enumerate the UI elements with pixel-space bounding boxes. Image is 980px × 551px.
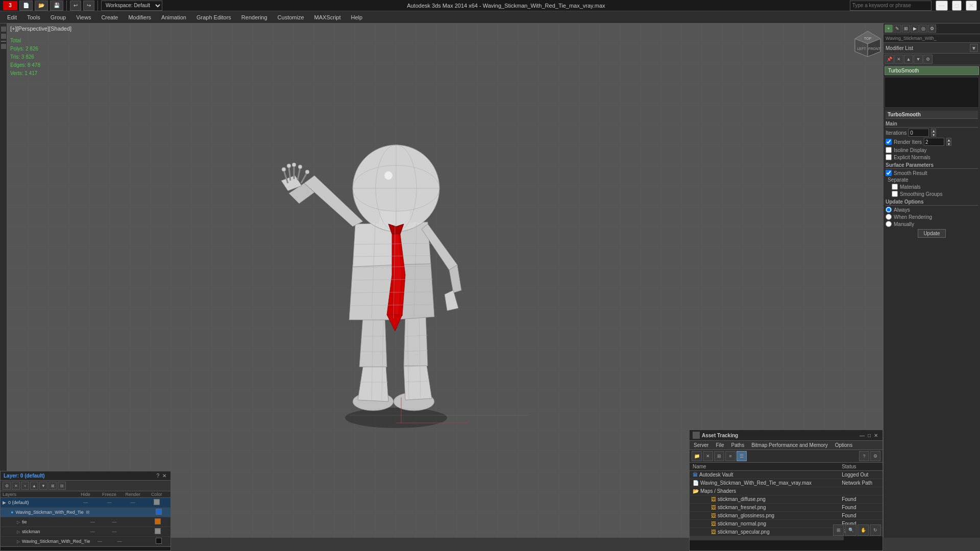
undo-btn[interactable]: ↩ — [70, 1, 81, 11]
layer-row[interactable]: ● Waving_Stickman_With_Red_Tie ⛓ — [1, 508, 170, 517]
menu-animation[interactable]: Animation — [156, 13, 191, 21]
pan-btn[interactable]: ✋ — [857, 524, 869, 536]
close-btn[interactable]: ✕ — [966, 1, 977, 11]
asset-tb-btn5[interactable]: ☰ — [737, 451, 747, 461]
asset-menu-options[interactable]: Options — [832, 442, 855, 448]
render-iters-input[interactable] — [924, 138, 944, 146]
asset-maximize-btn[interactable]: □ — [866, 433, 872, 438]
asset-row[interactable]: 🖼stickman_fresnel.png Found — [690, 504, 883, 512]
explicit-normals-checkbox[interactable] — [886, 154, 892, 160]
left-tool-btn3[interactable] — [1, 44, 6, 49]
layer-color-cell[interactable] — [149, 509, 168, 516]
open-btn[interactable]: 📂 — [35, 1, 48, 11]
menu-customize[interactable]: Customize — [273, 13, 309, 21]
zoom-extents-btn[interactable]: ⊞ — [833, 524, 844, 536]
layer-row[interactable]: ▷ stickman — — — [1, 527, 170, 537]
always-radio[interactable] — [886, 207, 892, 213]
asset-scrollbar[interactable] — [690, 536, 883, 540]
isoline-checkbox[interactable] — [886, 147, 892, 153]
layer-move-down-btn[interactable]: ▼ — [39, 482, 47, 490]
turbosmooth-modifier-item[interactable]: TurboSmooth — [885, 66, 979, 75]
layer-color-cell[interactable] — [147, 518, 168, 525]
orbit-btn[interactable]: ↻ — [870, 524, 881, 536]
layer-color-swatch[interactable] — [156, 538, 162, 544]
remove-modifier-btn[interactable]: ✕ — [894, 55, 903, 64]
configure-modifier-sets-btn[interactable]: ⚙ — [923, 55, 933, 64]
menu-group[interactable]: Group — [45, 13, 71, 21]
layer-color-cell[interactable] — [147, 528, 168, 535]
menu-views[interactable]: Views — [71, 13, 96, 21]
modifier-list-dropdown-btn[interactable]: ▼ — [970, 44, 978, 52]
layer-row[interactable]: ▶ 0 (default) — — — — [1, 498, 170, 508]
menu-edit[interactable]: Edit — [2, 13, 22, 21]
when-rendering-radio[interactable] — [886, 214, 892, 220]
layer-color-swatch[interactable] — [156, 509, 162, 515]
minimize-btn[interactable]: — — [936, 1, 948, 11]
new-btn[interactable]: 📄 — [19, 1, 33, 11]
asset-minimize-btn[interactable]: — — [858, 433, 866, 438]
ri-down-btn[interactable]: ▼ — [946, 142, 951, 146]
asset-scrollbar-thumb[interactable] — [690, 536, 844, 540]
hierarchy-icon[interactable]: ⊞ — [902, 24, 910, 33]
layer-move-up-btn[interactable]: ▲ — [30, 482, 38, 490]
move-down-btn[interactable]: ▼ — [914, 55, 923, 64]
smoothing-groups-checkbox[interactable] — [892, 191, 898, 197]
search-input[interactable] — [850, 1, 932, 11]
layer-close-btn[interactable]: ✕ — [161, 473, 167, 479]
layer-collapse-btn[interactable]: ⊟ — [58, 482, 66, 490]
iterations-spinner[interactable]: ▲ ▼ — [931, 129, 936, 137]
motion-icon[interactable]: ▶ — [911, 24, 919, 33]
create-icon[interactable]: + — [885, 24, 893, 33]
zoom-btn[interactable]: 🔍 — [845, 524, 856, 536]
layer-scrollbar[interactable] — [1, 546, 170, 550]
redo-btn[interactable]: ↪ — [83, 1, 94, 11]
layer-settings-btn[interactable]: ⚙ — [3, 482, 11, 490]
layer-color-swatch[interactable] — [155, 528, 161, 534]
layer-color-cell[interactable] — [145, 499, 168, 506]
materials-checkbox[interactable] — [892, 184, 898, 190]
asset-tb-help-btn[interactable]: ? — [859, 451, 869, 461]
render-iters-checkbox[interactable] — [886, 139, 892, 145]
asset-row[interactable]: 🖼stickman_diffuse.png Found — [690, 495, 883, 504]
modify-icon[interactable]: ✎ — [893, 24, 901, 33]
ri-up-btn[interactable]: ▲ — [946, 138, 951, 142]
layer-color-swatch[interactable] — [154, 499, 160, 505]
left-tool-btn[interactable] — [1, 27, 6, 32]
menu-maxscript[interactable]: MAXScript — [309, 13, 346, 21]
maximize-btn[interactable]: □ — [952, 1, 962, 11]
workspace-select[interactable]: Workspace: Default — [101, 1, 162, 11]
asset-row[interactable]: 🖼stickman_glossiness.png Found — [690, 512, 883, 520]
layer-add-btn[interactable]: + — [21, 482, 29, 490]
menu-create[interactable]: Create — [96, 13, 123, 21]
render-iters-spinner[interactable]: ▲ ▼ — [946, 138, 951, 146]
display-icon[interactable]: ◎ — [919, 24, 927, 33]
layer-help-btn[interactable]: ? — [155, 473, 160, 479]
asset-menu-server[interactable]: Server — [691, 442, 712, 448]
layer-expand-btn[interactable]: ⊞ — [48, 482, 57, 490]
layer-color-swatch[interactable] — [155, 518, 161, 524]
asset-tb-btn2[interactable]: ✕ — [703, 451, 713, 461]
iter-up-btn[interactable]: ▲ — [931, 129, 936, 133]
manually-radio[interactable] — [886, 221, 892, 227]
asset-row[interactable]: 🏛Autodesk Vault Logged Out — [690, 471, 883, 479]
asset-tb-settings-btn[interactable]: ⚙ — [870, 451, 880, 461]
navigation-cube[interactable]: TOP LEFT FRONT — [852, 29, 878, 54]
layer-expand-icon[interactable]: ▶ — [3, 500, 6, 505]
asset-menu-file[interactable]: File — [713, 442, 727, 448]
iter-down-btn[interactable]: ▼ — [931, 133, 936, 137]
layer-row[interactable]: ▷ tie — — — [1, 517, 170, 527]
layer-row[interactable]: ▷ Waving_Stickman_With_Red_Tie — — — [1, 537, 170, 546]
menu-tools[interactable]: Tools — [22, 13, 45, 21]
utilities-icon[interactable]: ⚙ — [928, 24, 936, 33]
smooth-result-checkbox[interactable] — [886, 170, 892, 176]
menu-rendering[interactable]: Rendering — [236, 13, 273, 21]
asset-tb-btn1[interactable]: 📁 — [692, 451, 702, 461]
menu-modifiers[interactable]: Modifiers — [123, 13, 156, 21]
left-tool-btn2[interactable] — [1, 34, 6, 39]
update-button[interactable]: Update — [918, 229, 945, 238]
layer-delete-btn[interactable]: ✕ — [12, 482, 20, 490]
menu-graph-editors[interactable]: Graph Editors — [191, 13, 236, 21]
asset-row[interactable]: 📄Waving_Stickman_With_Red_Tie_max_vray.m… — [690, 479, 883, 487]
asset-menu-paths[interactable]: Paths — [728, 442, 748, 448]
iterations-input[interactable] — [909, 129, 929, 137]
